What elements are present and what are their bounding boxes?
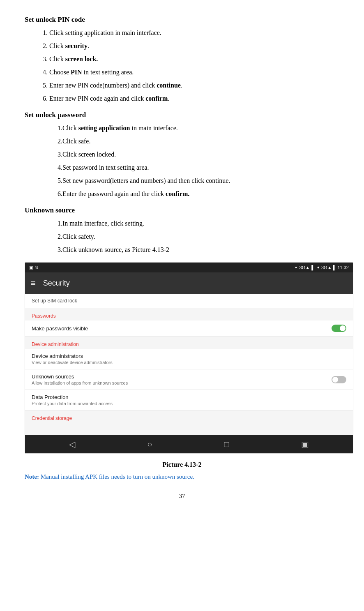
pin-step-1: Click setting application in main interf… xyxy=(49,28,339,38)
screen-content: Set up SIM card lock Passwords Make pass… xyxy=(25,294,353,435)
set-unlock-password-section: Set unlock password 1.Click setting appl… xyxy=(25,111,339,199)
pin-step-2: Click security. xyxy=(49,41,339,51)
phone-screenshot: ▣ ℕ ✶ 3G▲ ▌ ✶ 3G▲ ▌ 11:32 ≡ Security Set… xyxy=(25,262,353,454)
device-administrators-row[interactable]: Device administrators View or deactivate… xyxy=(25,349,353,369)
pin-step-3: Click screen lock. xyxy=(49,54,339,64)
unknown-source-heading: Unknown source xyxy=(25,206,339,214)
unknown-step-2: 2.Click safety. xyxy=(58,232,339,242)
passwords-section-label: Passwords xyxy=(25,308,353,320)
data-protection-row[interactable]: Data Protection Protect your data from u… xyxy=(25,390,353,410)
unknown-sources-title: Unknown sources xyxy=(32,374,128,380)
device-administrators-text: Device administrators View or deactivate… xyxy=(32,353,113,365)
pin-step-4: Choose PIN in text setting area. xyxy=(49,67,339,77)
screen-title: Security xyxy=(43,279,70,288)
note-label: Note: xyxy=(25,473,39,480)
unknown-step-1: 1.In main interface, click setting. xyxy=(58,219,339,228)
unknown-sources-row[interactable]: Unknown sources Allow installation of ap… xyxy=(25,369,353,390)
page-number: 37 xyxy=(25,493,339,500)
notification-icons: ▣ ℕ xyxy=(29,265,38,270)
password-step-3: 3.Click screen locked. xyxy=(58,150,339,159)
pin-heading: Set unlock PIN code xyxy=(25,16,339,24)
unknown-step-3: 3.Click unknown source, as Picture 4.13-… xyxy=(58,245,339,255)
pin-step-6: Enter new PIN code again and click confi… xyxy=(49,94,339,104)
sim-card-lock-item[interactable]: Set up SIM card lock xyxy=(25,294,353,308)
home-button[interactable]: ○ xyxy=(147,440,152,449)
status-right-icons: ✶ 3G▲ ▌ ✶ 3G▲ ▌ 11:32 xyxy=(294,265,349,270)
data-protection-sub: Protect your data from unwanted access xyxy=(32,401,113,406)
password-heading: Set unlock password xyxy=(25,111,339,119)
credential-storage-section-label: Credential storage xyxy=(25,410,353,423)
sim-card-lock-label: Set up SIM card lock xyxy=(32,298,77,304)
title-bar: ≡ Security xyxy=(25,272,353,294)
back-button[interactable]: ◁ xyxy=(69,439,75,449)
battery-icon: ▌ xyxy=(311,265,315,270)
password-step-5: 5.Set new password(letters and numbers) … xyxy=(58,176,339,186)
note-line: Note: Manual installing APK files needs … xyxy=(25,473,339,480)
password-step-2: 2.Click safe. xyxy=(58,136,339,146)
set-unlock-pin-section: Set unlock PIN code Click setting applic… xyxy=(25,16,339,104)
pin-steps: Click setting application in main interf… xyxy=(49,28,339,104)
note-text: Manual installing APK files needs to tur… xyxy=(41,473,194,480)
hamburger-icon[interactable]: ≡ xyxy=(31,279,36,288)
device-administrators-title: Device administrators xyxy=(32,353,113,359)
screenshot-button[interactable]: ▣ xyxy=(301,439,309,449)
data-protection-text: Data Protection Protect your data from u… xyxy=(32,394,113,406)
recents-button[interactable]: □ xyxy=(224,440,229,449)
bluetooth-icon: ✶ xyxy=(294,265,298,270)
make-passwords-toggle[interactable] xyxy=(332,325,346,332)
unknown-sources-toggle[interactable] xyxy=(332,376,346,383)
picture-caption: Picture 4.13-2 xyxy=(25,461,339,468)
bottom-spacer xyxy=(25,423,353,435)
nav-bar: ◁ ○ □ ▣ xyxy=(25,435,353,453)
network-icon: 3G▲ xyxy=(299,265,310,270)
password-step-6: 6.Enter the password again and the click… xyxy=(58,189,339,199)
password-step-1: 1.Click setting application in main inte… xyxy=(58,123,339,133)
time: ✶ 3G▲ ▌ 11:32 xyxy=(316,265,349,270)
data-protection-title: Data Protection xyxy=(32,394,113,400)
status-bar: ▣ ℕ ✶ 3G▲ ▌ ✶ 3G▲ ▌ 11:32 xyxy=(25,263,353,272)
device-administrators-sub: View or deactivate device administrators xyxy=(32,360,113,365)
unknown-source-section: Unknown source 1.In main interface, clic… xyxy=(25,206,339,255)
pin-step-5: Enter new PIN code(numbers) and click co… xyxy=(49,81,339,90)
password-step-4: 4.Set password in text setting area. xyxy=(58,163,339,173)
unknown-sources-sub: Allow installation of apps from unknown … xyxy=(32,380,128,385)
status-left-icons: ▣ ℕ xyxy=(29,265,38,270)
unknown-sources-text: Unknown sources Allow installation of ap… xyxy=(32,374,128,385)
device-admin-section-label: Device administration xyxy=(25,337,353,349)
make-passwords-visible-row[interactable]: Make passwords visible xyxy=(25,320,353,337)
make-passwords-label: Make passwords visible xyxy=(32,325,88,332)
